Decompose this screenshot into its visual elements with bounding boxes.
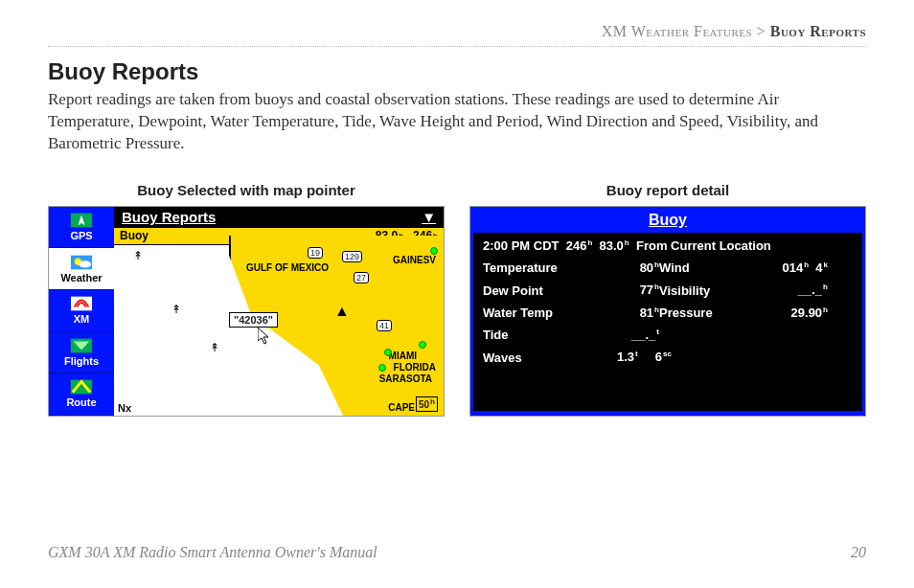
label-waves: Waves [483, 351, 598, 365]
map-pointer-icon [258, 328, 271, 345]
road-19: 19 [308, 247, 323, 259]
label-dewpoint: Dew Point [483, 283, 598, 298]
device-screen-map: GPS Weather XM Flights [48, 206, 445, 417]
footer-manual-title: GXM 30A XM Radio Smart Antenna Owner's M… [48, 544, 377, 561]
sidebar-item-weather[interactable]: Weather [49, 248, 114, 290]
device-sidebar: GPS Weather XM Flights [49, 207, 114, 416]
sidebar-label-gps: GPS [70, 230, 92, 241]
map-title-bar: Buoy Reports ▼ [114, 207, 444, 228]
status-label: Buoy [120, 229, 149, 242]
label-sarasota: SARASOTA [379, 373, 432, 384]
buoy-id-tag: "42036" [229, 312, 278, 328]
city-marker-3 [419, 341, 426, 349]
value-visibility: __._h [745, 283, 828, 297]
label-gulf: GULF OF MEXICO [246, 262, 329, 273]
weather-icon [71, 255, 92, 270]
sidebar-label-xm: XM [74, 313, 90, 325]
route-icon [71, 379, 92, 395]
sidebar-label-weather: Weather [60, 272, 102, 283]
label-cape: CAPE [388, 402, 415, 413]
label-gainesville: GAINESV [393, 255, 436, 265]
city-marker-2 [378, 364, 386, 372]
map-corner-label: Nx [118, 402, 131, 414]
map-title: Buoy Reports [122, 209, 216, 225]
sidebar-item-flights[interactable]: Flights [49, 332, 114, 374]
value-wind: 014h 4k [745, 260, 828, 275]
value-tide: __._t [598, 328, 659, 342]
breadcrumb-page: Buoy Reports [770, 23, 866, 39]
sidebar-label-flights: Flights [64, 355, 99, 367]
detail-title: Buoy [473, 210, 862, 233]
label-miami: MIAMI [389, 351, 417, 361]
map-main[interactable]: Buoy Reports ▼ Buoy 83.0h 246h GULF OF M… [114, 207, 444, 416]
label-wind: Wind [659, 260, 745, 275]
label-tide: Tide [483, 328, 598, 342]
detail-header: 2:00 PM CDT 246h 83.0h From Current Loca… [483, 238, 853, 253]
label-pressure: Pressure [659, 305, 745, 320]
sidebar-item-xm[interactable]: XM [49, 290, 114, 332]
detail-body: 2:00 PM CDT 246h 83.0h From Current Loca… [473, 233, 862, 411]
wind-barb-1: ↟ [133, 249, 143, 262]
page-title: Buoy Reports [48, 58, 866, 85]
detail-grid: Temperature 80h Wind 014h 4k Dew Point 7… [483, 260, 853, 365]
value-watertemp: 81h [598, 305, 659, 320]
label-florida: FLORIDA [394, 362, 436, 373]
breadcrumb: XM Weather Features > Buoy Reports [48, 23, 866, 47]
figure-detail-caption: Buoy report detail [469, 182, 866, 198]
label-visibility: Visibility [659, 283, 745, 298]
wind-barb-2: ↟ [171, 303, 181, 316]
sidebar-item-route[interactable]: Route [49, 373, 114, 416]
road-129: 129 [342, 251, 362, 262]
position-icon: ▲ [334, 303, 350, 320]
svg-marker-9 [258, 328, 268, 344]
xm-icon [71, 296, 92, 311]
wind-barb-3: ↟ [210, 341, 219, 354]
figure-map-caption: Buoy Selected with map pointer [48, 182, 445, 198]
figure-map: Buoy Selected with map pointer GPS Weath… [48, 182, 445, 417]
scale-bar: 50h [416, 396, 438, 411]
value-pressure: 29.90h [745, 305, 828, 320]
sidebar-label-route: Route [66, 396, 96, 408]
svg-point-4 [79, 260, 91, 267]
road-41: 41 [377, 320, 392, 331]
city-marker-4 [430, 247, 438, 255]
sidebar-item-gps[interactable]: GPS [49, 207, 114, 249]
device-screen-detail: Buoy 2:00 PM CDT 246h 83.0h From Current… [469, 206, 866, 417]
intro-paragraph: Report readings are taken from buoys and… [48, 89, 866, 155]
label-watertemp: Water Temp [483, 305, 598, 320]
flights-icon [71, 338, 92, 353]
value-temperature: 80h [598, 260, 659, 275]
value-waves: 1.3t 6sc [598, 350, 828, 364]
breadcrumb-section: XM Weather Features [602, 23, 752, 39]
gps-icon [71, 213, 92, 228]
dropdown-icon[interactable]: ▼ [422, 209, 436, 225]
city-marker-1 [384, 349, 392, 356]
road-27: 27 [354, 272, 369, 283]
page-footer: GXM 30A XM Radio Smart Antenna Owner's M… [48, 544, 866, 561]
label-temperature: Temperature [483, 260, 598, 275]
figure-detail: Buoy report detail Buoy 2:00 PM CDT 246h… [469, 182, 866, 417]
map-canvas[interactable]: GULF OF MEXICO GAINESV MIAMI FLORIDA SAR… [114, 245, 444, 416]
value-dewpoint: 77h [598, 283, 659, 297]
footer-page-number: 20 [851, 544, 866, 561]
